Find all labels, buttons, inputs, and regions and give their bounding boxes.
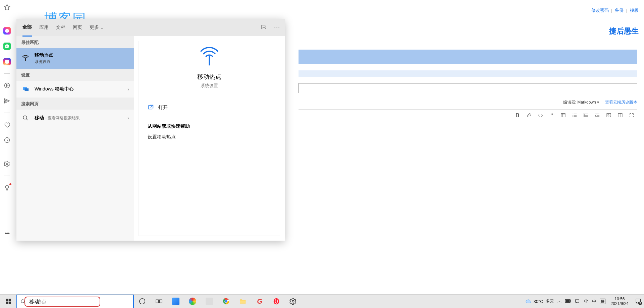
star-icon[interactable]	[3, 3, 11, 11]
section-search-web: 搜索网页	[16, 98, 134, 110]
taskbar-apps: G	[134, 295, 302, 308]
chrome-icon[interactable]	[218, 295, 234, 308]
clock-icon[interactable]	[3, 136, 11, 144]
tab-more[interactable]: 更多	[90, 19, 104, 36]
heart-icon[interactable]	[3, 121, 11, 128]
result-mobile-hotspot[interactable]: 移动热点 系统设置	[16, 48, 134, 69]
taskbar-app-3[interactable]	[201, 295, 218, 308]
fullscreen-icon[interactable]	[629, 112, 635, 118]
code-icon[interactable]	[537, 112, 543, 118]
svg-point-2	[8, 60, 8, 61]
svg-point-25	[140, 299, 145, 304]
search-icon	[21, 114, 30, 122]
search-preview-pane: 移动热点 系统设置 打开 从网站获取快速帮助 设置移动热点	[134, 36, 285, 241]
svg-point-1	[6, 61, 8, 63]
result-web-search[interactable]: 移动 - 查看网络搜索结果 ›	[16, 110, 134, 126]
taskbar: 热点 G 30°C 多云 ︿ 中 拼 10:56 2021/9/24	[0, 294, 644, 308]
svg-rect-23	[8, 302, 11, 304]
svg-rect-21	[8, 299, 11, 301]
image-icon[interactable]	[606, 112, 612, 118]
tray-chevron-up-icon[interactable]: ︿	[557, 298, 562, 304]
windows-search-panel: 全部 应用 文档 网页 更多 ··· 最佳匹配 移动热点 系统设置 设置	[16, 19, 285, 241]
svg-rect-38	[566, 300, 570, 302]
history-link[interactable]: 查看云端历史版本	[605, 100, 637, 105]
svg-rect-19	[149, 106, 152, 109]
chevron-right-icon: ›	[127, 86, 129, 92]
svg-point-36	[292, 300, 294, 302]
svg-rect-6	[561, 114, 565, 117]
taskbar-app-2[interactable]	[184, 295, 201, 308]
tab-web[interactable]: 网页	[73, 19, 82, 36]
ol-icon[interactable]: 123	[583, 112, 589, 118]
link-icon[interactable]	[526, 112, 532, 118]
template-link[interactable]: 模板	[630, 8, 639, 13]
bold-icon[interactable]: B	[515, 112, 521, 118]
tab-docs[interactable]: 文档	[56, 19, 65, 36]
opera-icon[interactable]	[268, 295, 285, 308]
svg-point-3	[4, 83, 9, 88]
gear-icon[interactable]	[3, 160, 11, 168]
taskbar-search-box[interactable]: 热点	[16, 295, 134, 308]
tab-all[interactable]: 全部	[22, 19, 32, 37]
svg-point-14	[608, 114, 609, 115]
svg-rect-40	[575, 300, 579, 302]
ime-lang[interactable]: 中	[592, 298, 596, 304]
hotspot-icon	[21, 54, 30, 63]
network-icon[interactable]	[575, 298, 580, 305]
lightbulb-icon[interactable]	[3, 184, 11, 191]
split-icon[interactable]	[617, 112, 623, 118]
search-icon	[20, 299, 26, 304]
notifications-icon[interactable]: 3	[634, 297, 643, 306]
taskbar-search-input[interactable]	[29, 299, 130, 305]
ime-method[interactable]: 拼	[600, 299, 605, 304]
editor-mode-label[interactable]: 编辑器: Markdown ▾	[563, 100, 599, 105]
weather-widget[interactable]: 30°C 多云	[526, 298, 554, 304]
more-options-icon[interactable]: ···	[274, 24, 280, 31]
chevron-right-icon: ›	[127, 115, 129, 121]
svg-rect-27	[160, 300, 162, 303]
settings-icon[interactable]	[285, 295, 302, 308]
task-view-icon[interactable]	[151, 295, 167, 308]
backup-link[interactable]: 备份	[615, 8, 624, 13]
svg-rect-20	[6, 299, 8, 301]
cortana-icon[interactable]	[134, 295, 151, 308]
quote-icon[interactable]: “	[549, 112, 555, 118]
svg-point-5	[6, 163, 8, 165]
tab-apps[interactable]: 应用	[39, 19, 49, 36]
browser-sidebar: •••	[0, 0, 14, 241]
whatsapp-icon[interactable]	[3, 43, 11, 50]
more-icon[interactable]: •••	[0, 230, 14, 237]
system-tray: 30°C 多云 ︿ 中 拼 10:56 2021/9/24 3	[526, 295, 644, 308]
quick-help-title: 从网站获取快速帮助	[139, 118, 280, 133]
svg-point-9	[573, 116, 573, 117]
quick-help-link[interactable]: 设置移动热点	[139, 133, 280, 141]
taskbar-app-red[interactable]: G	[251, 295, 268, 308]
instagram-icon[interactable]	[3, 58, 11, 65]
top-links: 修改密码 | 备份 | 模板	[591, 7, 639, 13]
file-explorer-icon[interactable]	[234, 295, 251, 308]
send-icon[interactable]	[3, 97, 11, 105]
battery-icon[interactable]	[565, 299, 571, 304]
messenger-icon[interactable]	[3, 27, 11, 35]
volume-muted-icon[interactable]	[583, 298, 589, 305]
hotspot-icon	[197, 47, 221, 68]
start-button[interactable]	[0, 295, 16, 308]
open-action[interactable]: 打开	[139, 97, 280, 118]
outdent-icon[interactable]	[594, 112, 600, 118]
change-password-link[interactable]: 修改密码	[591, 8, 609, 13]
taskbar-clock[interactable]: 10:56 2021/9/24	[609, 297, 631, 306]
table-icon[interactable]	[560, 112, 566, 118]
result-mobility-center[interactable]: Windows 移动中心 ›	[16, 81, 134, 98]
svg-point-8	[573, 115, 573, 115]
ul-icon[interactable]	[572, 112, 578, 118]
svg-point-7	[573, 114, 573, 114]
title-input[interactable]	[299, 83, 637, 93]
svg-text:3: 3	[584, 116, 585, 117]
taskbar-app-1[interactable]	[167, 295, 184, 308]
section-best-match: 最佳匹配	[16, 36, 134, 48]
feedback-icon[interactable]	[261, 24, 267, 31]
preview-subtitle: 系统设置	[201, 83, 218, 89]
search-tabs: 全部 应用 文档 网页 更多 ···	[16, 19, 285, 36]
search-results-list: 最佳匹配 移动热点 系统设置 设置 Windows 移动中心 ›	[16, 36, 134, 241]
play-circle-icon[interactable]	[3, 82, 11, 89]
